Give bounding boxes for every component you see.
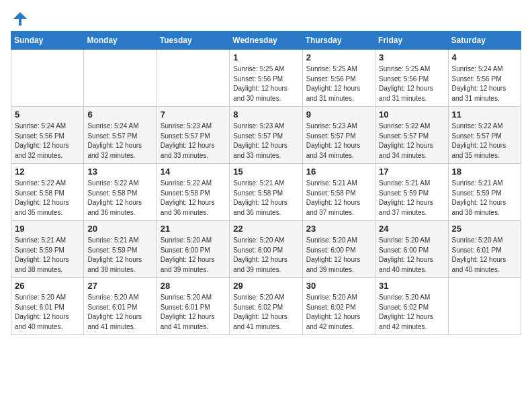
day-info: Sunrise: 5:25 AM Sunset: 5:56 PM Dayligh… bbox=[379, 64, 444, 103]
day-number: 8 bbox=[233, 109, 298, 120]
day-info: Sunrise: 5:20 AM Sunset: 6:01 PM Dayligh… bbox=[15, 293, 80, 332]
calendar-cell: 31Sunrise: 5:20 AM Sunset: 6:02 PM Dayli… bbox=[375, 278, 448, 335]
day-number: 25 bbox=[452, 224, 517, 234]
day-number: 27 bbox=[87, 281, 152, 291]
day-info: Sunrise: 5:21 AM Sunset: 5:59 PM Dayligh… bbox=[452, 179, 517, 218]
calendar-cell: 18Sunrise: 5:21 AM Sunset: 5:59 PM Dayli… bbox=[448, 164, 521, 221]
page-header bbox=[11, 11, 521, 27]
calendar-cell: 11Sunrise: 5:22 AM Sunset: 5:57 PM Dayli… bbox=[448, 107, 521, 164]
day-info: Sunrise: 5:21 AM Sunset: 5:59 PM Dayligh… bbox=[87, 236, 152, 275]
day-info: Sunrise: 5:20 AM Sunset: 6:00 PM Dayligh… bbox=[233, 236, 298, 275]
header-sunday: Sunday bbox=[11, 32, 84, 50]
calendar-cell: 14Sunrise: 5:22 AM Sunset: 5:58 PM Dayli… bbox=[157, 164, 229, 221]
calendar-cell: 15Sunrise: 5:21 AM Sunset: 5:58 PM Dayli… bbox=[230, 164, 302, 221]
day-number: 26 bbox=[15, 281, 80, 291]
calendar-cell: 29Sunrise: 5:20 AM Sunset: 6:02 PM Dayli… bbox=[230, 278, 302, 335]
day-info: Sunrise: 5:22 AM Sunset: 5:58 PM Dayligh… bbox=[15, 179, 80, 218]
calendar-cell: 20Sunrise: 5:21 AM Sunset: 5:59 PM Dayli… bbox=[84, 221, 157, 278]
day-number: 10 bbox=[379, 109, 444, 120]
day-info: Sunrise: 5:25 AM Sunset: 5:56 PM Dayligh… bbox=[306, 64, 371, 103]
day-info: Sunrise: 5:21 AM Sunset: 5:58 PM Dayligh… bbox=[233, 179, 298, 218]
day-info: Sunrise: 5:23 AM Sunset: 5:57 PM Dayligh… bbox=[233, 122, 298, 161]
logo bbox=[11, 11, 28, 27]
calendar-cell bbox=[11, 50, 84, 107]
calendar-cell: 10Sunrise: 5:22 AM Sunset: 5:57 PM Dayli… bbox=[375, 107, 448, 164]
day-info: Sunrise: 5:23 AM Sunset: 5:57 PM Dayligh… bbox=[306, 122, 371, 161]
calendar-cell: 9Sunrise: 5:23 AM Sunset: 5:57 PM Daylig… bbox=[302, 107, 375, 164]
day-number: 14 bbox=[161, 167, 226, 177]
day-info: Sunrise: 5:21 AM Sunset: 5:59 PM Dayligh… bbox=[15, 236, 80, 275]
header-wednesday: Wednesday bbox=[230, 32, 302, 50]
day-info: Sunrise: 5:22 AM Sunset: 5:58 PM Dayligh… bbox=[161, 179, 226, 218]
calendar-week-4: 19Sunrise: 5:21 AM Sunset: 5:59 PM Dayli… bbox=[11, 221, 521, 278]
calendar-cell: 1Sunrise: 5:25 AM Sunset: 5:56 PM Daylig… bbox=[230, 50, 302, 107]
day-number: 9 bbox=[306, 109, 371, 120]
day-number: 21 bbox=[161, 224, 226, 234]
day-number: 7 bbox=[161, 109, 226, 120]
day-info: Sunrise: 5:20 AM Sunset: 6:00 PM Dayligh… bbox=[161, 236, 226, 275]
day-number: 22 bbox=[233, 224, 298, 234]
day-number: 31 bbox=[379, 281, 444, 291]
calendar-cell: 13Sunrise: 5:22 AM Sunset: 5:58 PM Dayli… bbox=[84, 164, 157, 221]
calendar-week-2: 5Sunrise: 5:24 AM Sunset: 5:56 PM Daylig… bbox=[11, 107, 521, 164]
calendar-cell: 28Sunrise: 5:20 AM Sunset: 6:01 PM Dayli… bbox=[157, 278, 229, 335]
header-friday: Friday bbox=[375, 32, 448, 50]
calendar-cell: 2Sunrise: 5:25 AM Sunset: 5:56 PM Daylig… bbox=[302, 50, 375, 107]
calendar-cell: 17Sunrise: 5:21 AM Sunset: 5:59 PM Dayli… bbox=[375, 164, 448, 221]
day-number: 17 bbox=[379, 167, 444, 177]
day-info: Sunrise: 5:20 AM Sunset: 6:02 PM Dayligh… bbox=[379, 293, 444, 332]
day-number: 15 bbox=[233, 167, 298, 177]
day-number: 12 bbox=[15, 167, 80, 177]
calendar-cell: 23Sunrise: 5:20 AM Sunset: 6:00 PM Dayli… bbox=[302, 221, 375, 278]
day-info: Sunrise: 5:20 AM Sunset: 6:01 PM Dayligh… bbox=[452, 236, 517, 275]
header-monday: Monday bbox=[84, 32, 157, 50]
calendar-cell: 8Sunrise: 5:23 AM Sunset: 5:57 PM Daylig… bbox=[230, 107, 302, 164]
calendar-cell bbox=[157, 50, 229, 107]
day-number: 4 bbox=[452, 52, 517, 62]
day-number: 5 bbox=[15, 109, 80, 120]
calendar-table: SundayMondayTuesdayWednesdayThursdayFrid… bbox=[11, 31, 521, 335]
calendar-cell: 25Sunrise: 5:20 AM Sunset: 6:01 PM Dayli… bbox=[448, 221, 521, 278]
day-info: Sunrise: 5:24 AM Sunset: 5:56 PM Dayligh… bbox=[15, 122, 80, 161]
calendar-cell: 30Sunrise: 5:20 AM Sunset: 6:02 PM Dayli… bbox=[302, 278, 375, 335]
day-number: 30 bbox=[306, 281, 371, 291]
calendar-cell: 27Sunrise: 5:20 AM Sunset: 6:01 PM Dayli… bbox=[84, 278, 157, 335]
day-info: Sunrise: 5:20 AM Sunset: 6:01 PM Dayligh… bbox=[161, 293, 226, 332]
logo-icon bbox=[12, 11, 28, 27]
calendar-header-row: SundayMondayTuesdayWednesdayThursdayFrid… bbox=[11, 32, 521, 50]
day-number: 18 bbox=[452, 167, 517, 177]
calendar-cell: 6Sunrise: 5:24 AM Sunset: 5:57 PM Daylig… bbox=[84, 107, 157, 164]
day-number: 1 bbox=[233, 52, 298, 62]
day-info: Sunrise: 5:24 AM Sunset: 5:57 PM Dayligh… bbox=[87, 122, 152, 161]
calendar-cell: 5Sunrise: 5:24 AM Sunset: 5:56 PM Daylig… bbox=[11, 107, 84, 164]
calendar-week-5: 26Sunrise: 5:20 AM Sunset: 6:01 PM Dayli… bbox=[11, 278, 521, 335]
calendar-cell: 21Sunrise: 5:20 AM Sunset: 6:00 PM Dayli… bbox=[157, 221, 229, 278]
day-number: 16 bbox=[306, 167, 371, 177]
header-tuesday: Tuesday bbox=[157, 32, 229, 50]
day-number: 24 bbox=[379, 224, 444, 234]
calendar-week-1: 1Sunrise: 5:25 AM Sunset: 5:56 PM Daylig… bbox=[11, 50, 521, 107]
day-info: Sunrise: 5:20 AM Sunset: 6:01 PM Dayligh… bbox=[87, 293, 152, 332]
day-info: Sunrise: 5:20 AM Sunset: 6:00 PM Dayligh… bbox=[306, 236, 371, 275]
day-info: Sunrise: 5:20 AM Sunset: 6:00 PM Dayligh… bbox=[379, 236, 444, 275]
day-info: Sunrise: 5:20 AM Sunset: 6:02 PM Dayligh… bbox=[233, 293, 298, 332]
day-info: Sunrise: 5:22 AM Sunset: 5:57 PM Dayligh… bbox=[379, 122, 444, 161]
day-number: 19 bbox=[15, 224, 80, 234]
calendar-cell bbox=[84, 50, 157, 107]
calendar-cell: 16Sunrise: 5:21 AM Sunset: 5:58 PM Dayli… bbox=[302, 164, 375, 221]
day-number: 13 bbox=[87, 167, 152, 177]
calendar-cell: 24Sunrise: 5:20 AM Sunset: 6:00 PM Dayli… bbox=[375, 221, 448, 278]
calendar-cell: 4Sunrise: 5:24 AM Sunset: 5:56 PM Daylig… bbox=[448, 50, 521, 107]
day-info: Sunrise: 5:23 AM Sunset: 5:57 PM Dayligh… bbox=[161, 122, 226, 161]
day-number: 20 bbox=[87, 224, 152, 234]
day-info: Sunrise: 5:22 AM Sunset: 5:58 PM Dayligh… bbox=[87, 179, 152, 218]
day-number: 11 bbox=[452, 109, 517, 120]
day-number: 6 bbox=[87, 109, 152, 120]
day-number: 2 bbox=[306, 52, 371, 62]
day-number: 29 bbox=[233, 281, 298, 291]
calendar-cell bbox=[448, 278, 521, 335]
calendar-cell: 3Sunrise: 5:25 AM Sunset: 5:56 PM Daylig… bbox=[375, 50, 448, 107]
day-number: 23 bbox=[306, 224, 371, 234]
day-info: Sunrise: 5:24 AM Sunset: 5:56 PM Dayligh… bbox=[452, 64, 517, 103]
header-saturday: Saturday bbox=[448, 32, 521, 50]
